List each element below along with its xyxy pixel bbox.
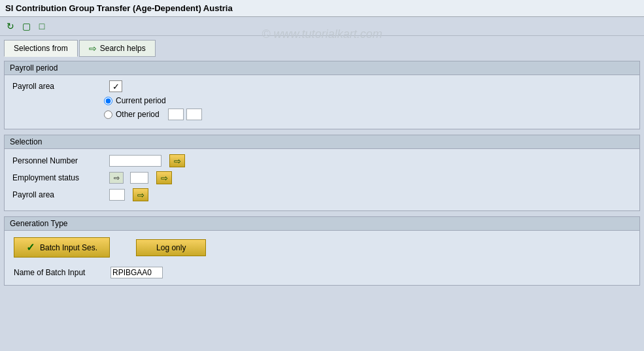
- other-period-radio[interactable]: [104, 110, 112, 119]
- search-helps-arrow-icon: ⇨: [89, 43, 97, 54]
- generation-type-header: Generation Type: [5, 217, 639, 231]
- tab-bar: Selections from ⇨ Search helps: [0, 36, 644, 57]
- back-icon[interactable]: ↻: [4, 20, 17, 33]
- payroll-area-checkbox[interactable]: ✓: [109, 80, 122, 92]
- personnel-number-label: Personnel Number: [12, 156, 104, 165]
- log-only-label: Log only: [156, 243, 186, 252]
- generation-buttons-row: ✓ Batch Input Ses. Log only: [14, 237, 630, 258]
- log-only-button[interactable]: Log only: [136, 239, 206, 256]
- payroll-area-label: Payroll area: [12, 82, 104, 91]
- personnel-number-arrow-button[interactable]: ⇨: [169, 154, 185, 167]
- other-period-fields: [168, 109, 202, 120]
- tab-search-helps[interactable]: ⇨ Search helps: [79, 40, 156, 57]
- generation-type-section: Generation Type ✓ Batch Input Ses. Log o…: [4, 216, 640, 286]
- current-period-label: Current period: [116, 96, 166, 105]
- name-of-batch-input-field[interactable]: [110, 267, 163, 278]
- payroll-area-row: Payroll area ✓: [12, 80, 632, 92]
- name-of-batch-input-row: Name of Batch Input: [14, 267, 630, 278]
- current-period-row: Current period: [104, 96, 632, 105]
- payroll-area-selection-label: Payroll area: [12, 190, 104, 199]
- batch-checkmark-icon: ✓: [26, 241, 35, 254]
- tab-selections-from[interactable]: Selections from: [4, 40, 78, 57]
- batch-input-label: Batch Input Ses.: [40, 243, 97, 252]
- main-content: Payroll period Payroll area ✓ Current pe…: [0, 57, 644, 295]
- window-title: SI Contribution Group Transfer (Age-Depe…: [0, 0, 644, 17]
- other-period-label: Other period: [116, 110, 160, 119]
- other-period-row: Other period: [104, 109, 632, 120]
- other-period-field2[interactable]: [186, 109, 202, 120]
- selection-section: Selection Personnel Number ⇨ Employment …: [4, 135, 640, 211]
- selection-content: Personnel Number ⇨ Employment status ⇨ 0…: [5, 149, 639, 210]
- payroll-area-selection-input[interactable]: [109, 189, 125, 201]
- payroll-period-content: Payroll area ✓ Current period Other peri…: [5, 75, 639, 129]
- title-text: SI Contribution Group Transfer (Age-Depe…: [5, 3, 233, 13]
- current-period-radio[interactable]: [104, 97, 112, 105]
- employment-status-label: Employment status: [12, 173, 104, 182]
- selection-header: Selection: [5, 135, 639, 149]
- payroll-period-header: Payroll period: [5, 61, 639, 75]
- save-icon[interactable]: ▢: [20, 20, 33, 33]
- other-period-field1[interactable]: [168, 109, 184, 120]
- employment-status-row: Employment status ⇨ 0 ⇨: [12, 171, 632, 184]
- payroll-area-selection-row: Payroll area ⇨: [12, 188, 632, 201]
- selections-from-label: Selections from: [14, 44, 68, 53]
- search-helps-label: Search helps: [100, 44, 146, 53]
- employment-status-input[interactable]: 0: [130, 172, 148, 184]
- help-icon[interactable]: □: [35, 20, 48, 33]
- payroll-area-arrow-button[interactable]: ⇨: [133, 188, 148, 201]
- generation-type-content: ✓ Batch Input Ses. Log only Name of Batc…: [5, 231, 639, 285]
- toolbar: ↻ ▢ □ © www.tutorialkart.com: [0, 17, 644, 36]
- batch-input-button[interactable]: ✓ Batch Input Ses.: [14, 237, 110, 258]
- employment-status-arrow-button[interactable]: ⇨: [156, 171, 172, 184]
- personnel-number-row: Personnel Number ⇨: [12, 154, 632, 167]
- personnel-number-input[interactable]: [109, 155, 161, 167]
- payroll-period-section: Payroll period Payroll area ✓ Current pe…: [4, 61, 640, 129]
- name-of-batch-input-label: Name of Batch Input: [14, 268, 105, 277]
- employment-status-box[interactable]: ⇨: [109, 172, 124, 184]
